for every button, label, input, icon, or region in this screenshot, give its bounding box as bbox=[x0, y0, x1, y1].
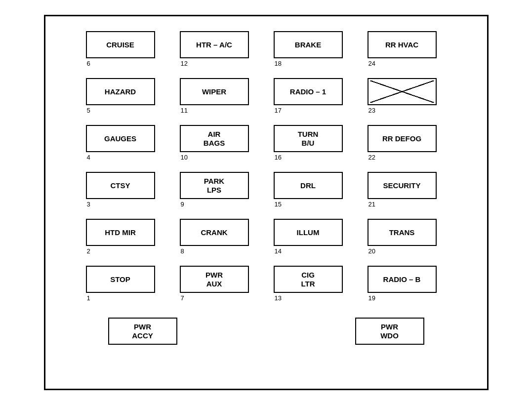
fuse-box-STOP: STOP bbox=[86, 266, 155, 293]
fuse-cell-r4-c0: HTD MIR2 bbox=[86, 219, 165, 266]
fuse-num-18: 18 bbox=[275, 60, 282, 67]
fuse-box-CRUISE: CRUISE bbox=[86, 31, 155, 58]
fuse-num-23: 23 bbox=[368, 107, 375, 114]
fuse-cell-r0-c3: RR HVAC24 bbox=[368, 31, 447, 78]
fuse-box-TRANS: TRANS bbox=[368, 219, 437, 246]
fuse-box-RADIO1: RADIO – 1 bbox=[274, 78, 343, 105]
fuse-cell-r2-c2: TURN B/U16 bbox=[274, 125, 353, 172]
fuse-num-2: 2 bbox=[87, 247, 90, 255]
fuse-cell-r2-c0: GAUGES4 bbox=[86, 125, 165, 172]
fuse-cell-r4-c1: CRANK8 bbox=[180, 219, 259, 266]
fuse-box-CTSY: CTSY bbox=[86, 172, 155, 199]
fuse-box-SECURITY: SECURITY bbox=[368, 172, 437, 199]
fuse-num-15: 15 bbox=[275, 201, 282, 208]
fuse-box-AIRBAGS: AIR BAGS bbox=[180, 125, 249, 152]
fuse-num-3: 3 bbox=[87, 201, 90, 208]
fuse-cell-r1-c0: HAZARD5 bbox=[86, 78, 165, 125]
fuse-cell-r5-c3: RADIO – B19 bbox=[368, 266, 447, 313]
fuse-num-8: 8 bbox=[181, 247, 184, 255]
fuse-box-TURNBU: TURN B/U bbox=[274, 125, 343, 152]
fuse-cell-r4-c2: ILLUM14 bbox=[274, 219, 353, 266]
fuse-cell-r5-c2: CIG LTR13 bbox=[274, 266, 353, 313]
fuse-cell-r3-c2: DRL15 bbox=[274, 172, 353, 219]
fuse-box-PWRAUX: PWR AUX bbox=[180, 266, 249, 293]
fuse-box-CRANK: CRANK bbox=[180, 219, 249, 246]
fuse-num-13: 13 bbox=[275, 294, 282, 302]
fuse-grid: CRUISE6HTR – A/C12BRAKE18RR HVAC24HAZARD… bbox=[86, 31, 447, 313]
fuse-box-RRDEFOG: RR DEFOG bbox=[368, 125, 437, 152]
bottom-row: PWR ACCYPWR WDO bbox=[108, 318, 424, 345]
fuse-box-CIGLTR: CIG LTR bbox=[274, 266, 343, 293]
fuse-box-BRAKE: BRAKE bbox=[274, 31, 343, 58]
fuse-diagram: CRUISE6HTR – A/C12BRAKE18RR HVAC24HAZARD… bbox=[44, 15, 489, 390]
fuse-cell-r3-c3: SECURITY21 bbox=[368, 172, 447, 219]
fuse-num-24: 24 bbox=[368, 60, 375, 67]
x-box-r1-c3 bbox=[368, 78, 437, 105]
fuse-num-5: 5 bbox=[87, 107, 90, 114]
pwr-wdo-box: PWR WDO bbox=[355, 318, 424, 345]
fuse-cell-r1-c3: 23 bbox=[368, 78, 447, 125]
fuse-num-17: 17 bbox=[275, 107, 282, 114]
fuse-num-10: 10 bbox=[181, 154, 188, 161]
fuse-num-20: 20 bbox=[368, 247, 375, 255]
fuse-box-PARKLPS: PARK LPS bbox=[180, 172, 249, 199]
bottom-left-cell: PWR ACCY bbox=[108, 318, 177, 345]
fuse-box-RADIOB: RADIO – B bbox=[368, 266, 437, 293]
fuse-num-19: 19 bbox=[368, 294, 375, 302]
bottom-right-cell: PWR WDO bbox=[355, 318, 424, 345]
fuse-num-9: 9 bbox=[181, 201, 184, 208]
fuse-num-7: 7 bbox=[181, 294, 184, 302]
fuse-box-GAUGES: GAUGES bbox=[86, 125, 155, 152]
fuse-num-12: 12 bbox=[181, 60, 188, 67]
fuse-box-HAZARD: HAZARD bbox=[86, 78, 155, 105]
fuse-cell-r3-c1: PARK LPS9 bbox=[180, 172, 259, 219]
fuse-num-4: 4 bbox=[87, 154, 90, 161]
fuse-num-6: 6 bbox=[87, 60, 90, 67]
fuse-cell-r4-c3: TRANS20 bbox=[368, 219, 447, 266]
fuse-box-DRL: DRL bbox=[274, 172, 343, 199]
fuse-box-HTRAC: HTR – A/C bbox=[180, 31, 249, 58]
fuse-num-21: 21 bbox=[368, 201, 375, 208]
fuse-cell-r1-c1: WIPER11 bbox=[180, 78, 259, 125]
fuse-num-14: 14 bbox=[275, 247, 282, 255]
fuse-box-RRHVAC: RR HVAC bbox=[368, 31, 437, 58]
fuse-num-22: 22 bbox=[368, 154, 375, 161]
fuse-cell-r0-c2: BRAKE18 bbox=[274, 31, 353, 78]
fuse-cell-r0-c0: CRUISE6 bbox=[86, 31, 165, 78]
fuse-cell-r3-c0: CTSY3 bbox=[86, 172, 165, 219]
fuse-box-WIPER: WIPER bbox=[180, 78, 249, 105]
fuse-cell-r1-c2: RADIO – 117 bbox=[274, 78, 353, 125]
fuse-num-16: 16 bbox=[275, 154, 282, 161]
fuse-num-11: 11 bbox=[181, 107, 188, 114]
fuse-num-1: 1 bbox=[87, 294, 90, 302]
fuse-cell-r5-c1: PWR AUX7 bbox=[180, 266, 259, 313]
fuse-cell-r0-c1: HTR – A/C12 bbox=[180, 31, 259, 78]
pwr-accy-box: PWR ACCY bbox=[108, 318, 177, 345]
fuse-cell-r2-c3: RR DEFOG22 bbox=[368, 125, 447, 172]
fuse-box-ILLUM: ILLUM bbox=[274, 219, 343, 246]
fuse-cell-r2-c1: AIR BAGS10 bbox=[180, 125, 259, 172]
fuse-box-HTDMIR: HTD MIR bbox=[86, 219, 155, 246]
fuse-cell-r5-c0: STOP1 bbox=[86, 266, 165, 313]
